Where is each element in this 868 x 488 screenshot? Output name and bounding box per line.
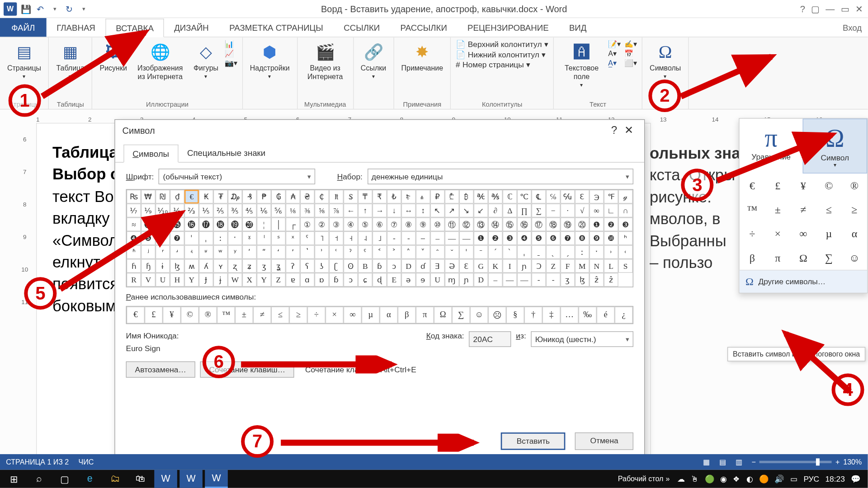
tab-design[interactable]: ДИЗАЙН: [164, 18, 219, 37]
help-icon[interactable]: ?: [608, 124, 621, 136]
task-view-icon[interactable]: ▢: [53, 470, 76, 488]
zoom-in-icon[interactable]: +: [835, 458, 840, 466]
symbol-cell[interactable]: ₫: [170, 190, 184, 204]
flyout-symbol-cell[interactable]: Ω: [791, 246, 816, 270]
subset-select[interactable]: денежные единицы▾: [368, 169, 633, 184]
notifications-icon[interactable]: 💬: [851, 474, 860, 483]
recent-symbol-cell[interactable]: ☹: [488, 306, 506, 323]
recent-symbol-cell[interactable]: ‡: [542, 306, 561, 323]
from-select[interactable]: Юникод (шестн.)▾: [531, 331, 633, 347]
symbol-cell[interactable]: ❷: [604, 217, 618, 231]
symbol-cell[interactable]: ɓ: [329, 273, 344, 287]
symbol-cell[interactable]: ⑬: [474, 217, 488, 231]
start-button[interactable]: ⊞: [2, 470, 25, 488]
symbol-cell[interactable]: ❿: [604, 231, 618, 245]
shapes-button[interactable]: ◇Фигуры▾: [191, 40, 221, 81]
page-number-button[interactable]: # Номер страницы ▾: [456, 60, 548, 69]
symbol-cell[interactable]: ʍ: [184, 259, 199, 273]
tab-review[interactable]: РЕЦЕНЗИРОВАНИЕ: [457, 18, 559, 37]
recent-symbol-cell[interactable]: €: [127, 306, 145, 323]
symbol-cell[interactable]: ˑ: [590, 245, 604, 259]
font-select[interactable]: (обычный текст)▾: [159, 169, 316, 184]
symbol-cell[interactable]: ʑ: [242, 259, 257, 273]
symbol-flyout-button[interactable]: ΩСимвол▾: [803, 119, 868, 174]
symbol-cell[interactable]: ˑ: [228, 231, 242, 245]
symbol-cell[interactable]: –: [430, 231, 445, 245]
symbol-cell[interactable]: ɒ: [315, 273, 329, 287]
symbol-cell[interactable]: ②: [315, 217, 329, 231]
symbol-cell[interactable]: ←: [344, 204, 358, 218]
symbol-cell[interactable]: ˊ: [488, 245, 503, 259]
symbol-cell[interactable]: ⅜: [300, 204, 315, 218]
symbol-cell[interactable]: –: [488, 273, 503, 287]
symbol-cell[interactable]: −: [546, 204, 561, 218]
symbol-cell[interactable]: ↗: [445, 204, 459, 218]
symbol-cell[interactable]: ʵ: [184, 245, 199, 259]
symbol-cell[interactable]: Ɔ: [532, 259, 546, 273]
undo-dropdown-icon[interactable]: ▾: [49, 3, 60, 14]
symbol-cell[interactable]: ⅒: [156, 204, 170, 218]
table-button[interactable]: ▦Таблица▾: [54, 40, 87, 81]
autocorrect-button[interactable]: Автозамена…: [126, 361, 195, 378]
flyout-symbol-cell[interactable]: ∑: [816, 246, 842, 270]
symbol-cell[interactable]: ⓲: [213, 217, 228, 231]
symbol-cell[interactable]: V: [141, 273, 156, 287]
symbol-cell[interactable]: ℃: [517, 190, 532, 204]
symbol-cell[interactable]: ③: [329, 217, 344, 231]
symbol-cell[interactable]: ⅛: [286, 204, 300, 218]
symbol-cell[interactable]: │: [271, 217, 286, 231]
symbol-cell[interactable]: ⅑: [141, 204, 156, 218]
symbol-cell[interactable]: ↔: [401, 204, 416, 218]
symbol-cell[interactable]: ₩: [141, 190, 156, 204]
flyout-symbol-cell[interactable]: ¥: [791, 174, 816, 197]
symbol-cell[interactable]: ˀ: [344, 245, 358, 259]
flyout-symbol-cell[interactable]: ×: [765, 222, 791, 246]
symbol-cell[interactable]: H: [170, 273, 184, 287]
symbol-cell[interactable]: ˈ: [459, 245, 474, 259]
symbol-cell[interactable]: ˒: [604, 245, 618, 259]
store-icon[interactable]: 🛍: [129, 470, 152, 488]
addins-button[interactable]: ⬢Надстройки▾: [247, 40, 292, 81]
recent-symbol-cell[interactable]: ∑: [452, 306, 470, 323]
symbol-cell[interactable]: ⑳: [575, 217, 590, 231]
symbol-cell[interactable]: ❷: [488, 231, 503, 245]
desktop-label[interactable]: Рабочий стол: [618, 474, 663, 483]
view-web-icon[interactable]: ▥: [736, 458, 742, 466]
recent-symbol-cell[interactable]: ±: [235, 306, 253, 323]
symbol-cell[interactable]: ℈: [590, 190, 604, 204]
header-button[interactable]: 📄 Верхний колонтитул ▾: [456, 40, 548, 49]
word-count[interactable]: ЧИС: [79, 458, 94, 466]
symbol-cell[interactable]: ①: [300, 217, 315, 231]
symbol-cell[interactable]: ʗ: [329, 259, 344, 273]
symbol-cell[interactable]: ∙: [561, 204, 575, 218]
symbol-cell[interactable]: ˨: [358, 231, 373, 245]
symbol-cell[interactable]: ℄: [532, 190, 546, 204]
tray-icon[interactable]: ☁: [677, 474, 685, 483]
flyout-symbol-cell[interactable]: β: [740, 246, 765, 270]
symbol-cell[interactable]: Y: [184, 273, 199, 287]
symbol-cell[interactable]: ɗ: [416, 259, 430, 273]
recent-symbol-cell[interactable]: ∞: [344, 306, 362, 323]
symbol-cell[interactable]: ₹: [373, 190, 387, 204]
tray-icon[interactable]: 🖱: [691, 474, 698, 483]
symbol-cell[interactable]: ⑥: [373, 217, 387, 231]
symbol-cell[interactable]: ❺: [141, 231, 156, 245]
recent-symbol-cell[interactable]: π: [416, 306, 434, 323]
illus-small-buttons[interactable]: 📊📈📷▾: [225, 40, 237, 67]
symbol-cell[interactable]: ₵: [315, 190, 329, 204]
symbol-cell[interactable]: €: [184, 190, 199, 204]
symbol-cell[interactable]: ⑧: [401, 217, 416, 231]
recent-symbol-cell[interactable]: ☺: [470, 306, 488, 323]
symbol-cell[interactable]: ↕: [416, 204, 430, 218]
symbol-cell[interactable]: —: [503, 273, 517, 287]
symbol-cell[interactable]: ⑫: [459, 217, 474, 231]
symbol-cell[interactable]: ˤ: [300, 231, 315, 245]
tray-icon[interactable]: ◐: [746, 474, 753, 483]
symbol-cell[interactable]: ₯: [228, 190, 242, 204]
flyout-symbol-cell[interactable]: ™: [740, 197, 765, 221]
more-symbols-button[interactable]: ΩДругие символы…: [740, 270, 868, 293]
symbol-cell[interactable]: ≈: [127, 217, 141, 231]
symbol-cell[interactable]: ː: [575, 245, 590, 259]
symbol-cell[interactable]: ⑩: [430, 217, 445, 231]
symbol-cell[interactable]: Ə: [445, 259, 459, 273]
